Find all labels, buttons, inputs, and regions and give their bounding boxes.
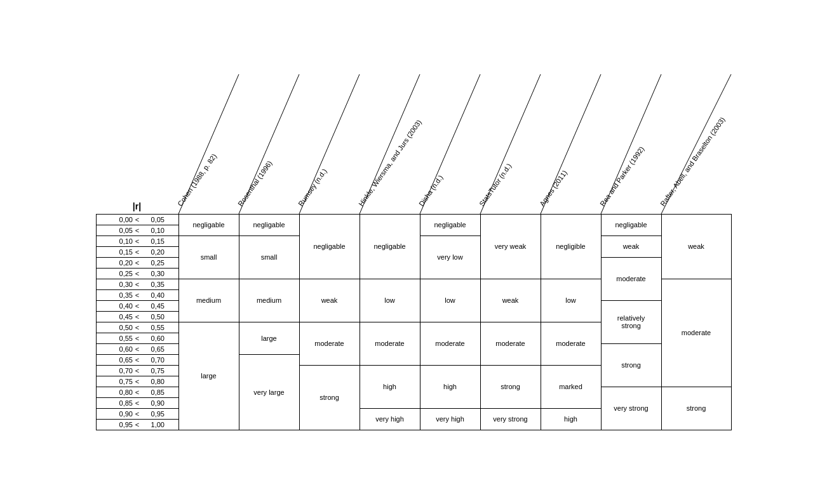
cell-disha-row6: low bbox=[420, 279, 480, 322]
cell-cohen-row2: small bbox=[178, 235, 239, 279]
row-header: 0,20<0,25 bbox=[96, 257, 178, 268]
row-header: 0,30<0,35 bbox=[96, 279, 178, 289]
cell-rumsey-row0: negligable bbox=[299, 214, 360, 279]
cell-disha-row14: high bbox=[420, 365, 480, 408]
cell-rea-row16: very strong bbox=[601, 387, 661, 430]
cell-rea-row0: negligable bbox=[601, 214, 661, 235]
cell-rea-row2: weak bbox=[601, 235, 661, 257]
corner-label: |r| bbox=[133, 201, 141, 211]
cell-statstutor-row18: very strong bbox=[480, 408, 541, 430]
cell-statstutor-row6: weak bbox=[480, 279, 541, 322]
cell-rea-row4: moderate bbox=[601, 257, 661, 300]
column-header-agnes: Agnes (2011) bbox=[541, 74, 601, 214]
row-header: 0,75<0,80 bbox=[96, 376, 178, 387]
row-header: 0,05<0,10 bbox=[96, 225, 178, 235]
column-header-cohen: Cohen (1988, p. 82) bbox=[178, 74, 239, 214]
cell-rosenthal-row10: large bbox=[239, 322, 299, 354]
cell-disha-row10: moderate bbox=[420, 322, 480, 365]
cell-rosenthal-row6: medium bbox=[239, 279, 299, 322]
table-wrapper: |r|Cohen (1988, p. 82)Rosenthal (1996)Ru… bbox=[96, 74, 732, 430]
cell-agnes-row6: low bbox=[541, 279, 601, 322]
column-header-hinkle: Hinkle, Wiersma, and Jurs (2003) bbox=[360, 74, 420, 214]
cell-statstutor-row14: strong bbox=[480, 365, 541, 408]
cell-rosenthal-row13: very large bbox=[239, 354, 299, 430]
row-header: 0,65<0,70 bbox=[96, 354, 178, 365]
table-row: 0,00<0,05negligablenegligablenegligablen… bbox=[96, 214, 731, 225]
row-header: 0,70<0,75 bbox=[96, 365, 178, 376]
row-header: 0,35<0,40 bbox=[96, 289, 178, 300]
cell-hinkle-row0: negligable bbox=[360, 214, 420, 279]
cell-agnes-row10: moderate bbox=[541, 322, 601, 365]
column-header-statstutor: StatsTutor (n.d.) bbox=[480, 74, 541, 214]
row-header: 0,60<0,65 bbox=[96, 343, 178, 354]
row-header: 0,45<0,50 bbox=[96, 311, 178, 322]
row-header: 0,55<0,60 bbox=[96, 333, 178, 343]
cell-agnes-row18: high bbox=[541, 408, 601, 430]
cell-rafter-row16: strong bbox=[661, 387, 731, 430]
row-header: 0,95<1,00 bbox=[96, 419, 178, 430]
row-header: 0,50<0,55 bbox=[96, 322, 178, 333]
cell-rumsey-row6: weak bbox=[299, 279, 360, 322]
cell-cohen-row10: large bbox=[178, 322, 239, 430]
cell-cohen-row0: negligable bbox=[178, 214, 239, 235]
cell-hinkle-row6: low bbox=[360, 279, 420, 322]
cell-cohen-row6: medium bbox=[178, 279, 239, 322]
cell-rosenthal-row2: small bbox=[239, 235, 299, 279]
cell-hinkle-row10: moderate bbox=[360, 322, 420, 365]
cell-hinkle-row14: high bbox=[360, 365, 420, 408]
column-header-rumsey: Rumsey (n.d.) bbox=[299, 74, 360, 214]
cell-disha-row0: negligable bbox=[420, 214, 480, 235]
column-header-disha: Disha (n.d.) bbox=[420, 74, 480, 214]
row-header: 0,85<0,90 bbox=[96, 397, 178, 408]
cell-disha-row2: very low bbox=[420, 235, 480, 279]
cell-rafter-row6: moderate bbox=[661, 279, 731, 387]
cell-rea-row12: strong bbox=[601, 343, 661, 387]
row-header: 0,40<0,45 bbox=[96, 300, 178, 311]
cell-disha-row18: very high bbox=[420, 408, 480, 430]
cell-statstutor-row0: very weak bbox=[480, 214, 541, 279]
cell-rumsey-row10: moderate bbox=[299, 322, 360, 365]
row-header: 0,15<0,20 bbox=[96, 246, 178, 257]
cell-hinkle-row18: very high bbox=[360, 408, 420, 430]
data-table: 0,00<0,05negligablenegligablenegligablen… bbox=[96, 214, 732, 430]
corner-cell: |r| bbox=[96, 201, 178, 214]
cell-rosenthal-row0: negligable bbox=[239, 214, 299, 235]
row-header: 0,00<0,05 bbox=[96, 214, 178, 225]
column-header-rea: Rea and Parker (1992) bbox=[601, 74, 661, 214]
cell-rumsey-row14: strong bbox=[299, 365, 360, 430]
cell-agnes-row14: marked bbox=[541, 365, 601, 408]
row-header: 0,10<0,15 bbox=[96, 235, 178, 246]
cell-rafter-row0: weak bbox=[661, 214, 731, 279]
column-header-rafter: Rafter, Abell, and Braselton (2003) bbox=[661, 74, 731, 214]
cell-rea-row8: relatively strong bbox=[601, 300, 661, 343]
row-header: 0,90<0,95 bbox=[96, 408, 178, 419]
cell-statstutor-row10: moderate bbox=[480, 322, 541, 365]
row-header: 0,80<0,85 bbox=[96, 387, 178, 397]
column-header-rosenthal: Rosenthal (1996) bbox=[239, 74, 299, 214]
main-container: |r|Cohen (1988, p. 82)Rosenthal (1996)Ru… bbox=[96, 74, 732, 430]
row-header: 0,25<0,30 bbox=[96, 268, 178, 279]
cell-agnes-row0: negligible bbox=[541, 214, 601, 279]
